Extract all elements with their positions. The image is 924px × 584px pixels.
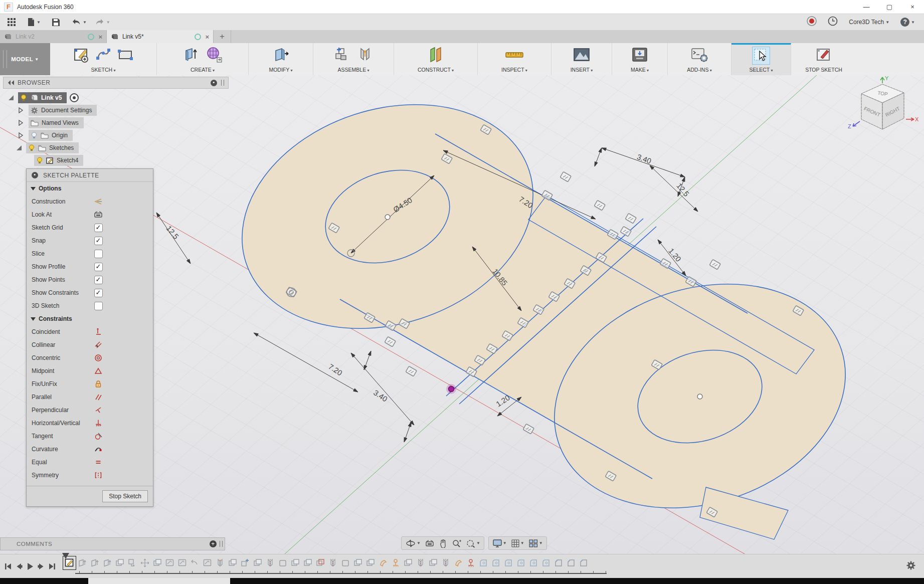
collapse-panel-icon[interactable] xyxy=(8,80,15,85)
timeline-feature-round-icon[interactable] xyxy=(514,556,527,569)
timeline-feature-comp-icon[interactable] xyxy=(251,556,264,569)
make-3d-print-icon[interactable] xyxy=(631,47,648,65)
create-form-icon[interactable] xyxy=(205,46,223,66)
display-settings-icon[interactable]: ▼ xyxy=(491,538,508,549)
checkbox[interactable] xyxy=(94,224,103,232)
skip-end-icon[interactable] xyxy=(48,563,56,570)
timeline-feature-mirror-icon[interactable] xyxy=(326,556,339,569)
sketch-grid-checkbox[interactable] xyxy=(91,224,106,232)
create-sketch-icon[interactable] xyxy=(73,46,90,65)
collinear-icon[interactable] xyxy=(91,340,106,349)
timeline-feature-extrude-icon[interactable] xyxy=(88,556,101,569)
timeline-feature-sketch2-icon[interactable] xyxy=(163,556,176,569)
job-status-clock-icon[interactable] xyxy=(828,16,838,28)
curvature-icon[interactable] xyxy=(91,445,106,454)
stop-sketch-icon[interactable] xyxy=(815,46,833,66)
timeline-feature-pinR-icon[interactable] xyxy=(464,556,477,569)
timeline-feature-compX-icon[interactable] xyxy=(314,556,326,569)
checkbox[interactable] xyxy=(94,263,103,271)
show-points-checkbox[interactable] xyxy=(91,276,106,284)
tab-close-icon[interactable]: × xyxy=(98,33,102,41)
panel-grip[interactable] xyxy=(220,541,223,547)
extrude-icon[interactable] xyxy=(182,46,200,66)
options-section-header[interactable]: Options xyxy=(27,182,153,195)
new-component-icon[interactable] xyxy=(333,46,351,66)
stop-sketch-button[interactable]: Stop Sketch xyxy=(102,490,148,502)
timeline-feature-mirror-icon[interactable] xyxy=(439,556,452,569)
panel-grip[interactable] xyxy=(221,80,224,86)
timeline-feature-round-icon[interactable] xyxy=(477,556,489,569)
tangent-icon[interactable] xyxy=(91,432,106,441)
tree-row-document-settings[interactable]: Document Settings xyxy=(3,104,229,116)
visibility-bulb-icon[interactable] xyxy=(20,94,27,101)
look-at-icon[interactable] xyxy=(91,210,106,219)
timeline-feature-extrude-icon[interactable] xyxy=(76,556,88,569)
timeline-feature-sketch-icon[interactable] xyxy=(63,556,76,569)
timeline-feature-round-icon[interactable] xyxy=(489,556,502,569)
checkbox[interactable] xyxy=(94,250,103,258)
fix-unfix-icon[interactable] xyxy=(91,379,106,388)
midpoint-icon[interactable] xyxy=(91,366,106,375)
undo-button[interactable]: ▼ xyxy=(71,18,87,26)
pan-icon[interactable] xyxy=(437,538,449,549)
timeline-feature-box-icon[interactable] xyxy=(276,556,289,569)
visibility-bulb-icon[interactable] xyxy=(28,144,35,151)
expanded-arrow-icon[interactable] xyxy=(16,145,22,151)
construction-plane-icon[interactable] xyxy=(427,46,445,66)
look-at-icon[interactable] xyxy=(423,538,436,549)
timeline-feature-pairO-icon[interactable] xyxy=(214,556,226,569)
add-ins-icon[interactable] xyxy=(690,47,708,65)
timeline-feature-cham-icon[interactable] xyxy=(577,556,590,569)
show-profile-checkbox[interactable] xyxy=(91,263,106,271)
sketch-palette-header[interactable]: SKETCH PALETTE xyxy=(27,169,153,182)
tab-link-v2[interactable]: Link v2 × xyxy=(0,30,107,43)
step-back-icon[interactable] xyxy=(15,563,23,570)
measure-icon[interactable] xyxy=(504,46,524,65)
tab-close-icon[interactable]: × xyxy=(205,33,209,41)
select-tool-icon[interactable] xyxy=(752,47,770,65)
timeline-feature-cham-icon[interactable] xyxy=(565,556,577,569)
minimize-button[interactable]: — xyxy=(855,0,878,14)
timeline-feature-comp-icon[interactable] xyxy=(402,556,414,569)
timeline-feature-move-icon[interactable] xyxy=(138,556,151,569)
orbit-icon[interactable]: ▼ xyxy=(404,537,422,549)
collapsed-arrow-icon[interactable] xyxy=(18,132,24,138)
timeline-feature-mirror-icon[interactable] xyxy=(264,556,276,569)
tree-row-sketches[interactable]: Sketches xyxy=(3,142,229,154)
insert-image-icon[interactable] xyxy=(573,47,591,64)
app-grid-icon[interactable] xyxy=(7,18,16,27)
show-constraints-checkbox[interactable] xyxy=(91,289,106,297)
skip-start-icon[interactable] xyxy=(4,563,12,570)
sketch-point[interactable] xyxy=(385,215,390,220)
visibility-bulb-off-icon[interactable] xyxy=(31,132,38,139)
activate-component-radio[interactable] xyxy=(70,93,79,102)
help-menu[interactable]: ▼ xyxy=(900,18,915,27)
fixed-sketch-point[interactable] xyxy=(449,386,454,392)
new-tab-button[interactable]: + xyxy=(214,30,231,43)
timeline-feature-copy-icon[interactable] xyxy=(113,556,126,569)
horizontal-vertical-icon[interactable] xyxy=(91,419,106,428)
browser-header[interactable]: BROWSER xyxy=(3,77,229,89)
file-menu-button[interactable]: ▼ xyxy=(27,18,41,27)
add-comment-icon[interactable] xyxy=(210,540,217,547)
zoom-icon[interactable] xyxy=(450,538,463,549)
play-icon[interactable] xyxy=(26,562,34,570)
timeline-feature-copy-icon[interactable] xyxy=(151,556,163,569)
timeline-feature-extrude-icon[interactable] xyxy=(101,556,113,569)
timeline-feature-copy-icon[interactable] xyxy=(226,556,239,569)
checkbox[interactable] xyxy=(94,289,103,297)
panel-options-icon[interactable] xyxy=(211,80,217,86)
account-menu[interactable]: Core3D Tech ▼ xyxy=(849,19,889,26)
tree-row-root[interactable]: Link v5 xyxy=(3,92,229,104)
timeline-feature-box-icon[interactable] xyxy=(339,556,351,569)
timeline-feature-flat-icon[interactable] xyxy=(201,556,214,569)
checkbox[interactable] xyxy=(94,302,103,310)
timeline-feature-jointO-icon[interactable] xyxy=(452,556,464,569)
viewports-icon[interactable]: ▼ xyxy=(527,538,544,549)
3d-sketch-checkbox[interactable] xyxy=(91,302,106,310)
concentric-icon[interactable] xyxy=(91,353,106,362)
workspace-selector[interactable]: MODEL▼ xyxy=(0,43,50,75)
timeline-feature-flat-icon[interactable] xyxy=(176,556,189,569)
view-cube[interactable]: TOP FRONT RIGHT Y X Z xyxy=(845,75,920,140)
tab-link-v5[interactable]: Link v5* × xyxy=(107,30,214,43)
